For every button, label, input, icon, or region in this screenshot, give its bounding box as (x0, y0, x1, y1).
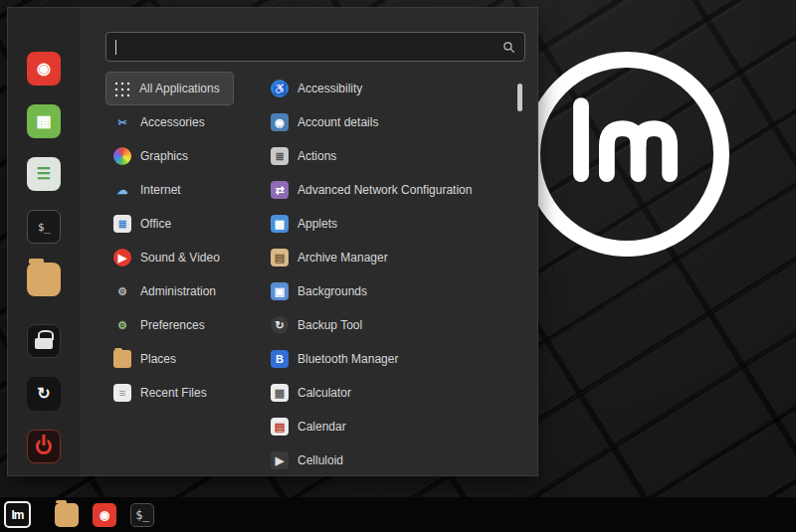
item-label: Advanced Network Configuration (298, 183, 472, 197)
category-preferences[interactable]: ⚙Preferences (105, 308, 219, 342)
item-label: Archive Manager (298, 251, 388, 265)
taskbar-firefox-button[interactable]: ◉ (93, 503, 116, 527)
item-label: Office (140, 217, 171, 231)
item-label: Applets (298, 217, 337, 231)
app-list-scrollbar[interactable] (517, 84, 522, 111)
category-graphics[interactable]: Graphics (105, 139, 202, 173)
item-label: Bluetooth Manager (298, 352, 398, 366)
app-bluetooth-manager[interactable]: BBluetooth Manager (263, 342, 525, 376)
app-actions[interactable]: ≣Actions (263, 139, 525, 173)
celluloid-icon: ▶ (271, 451, 289, 469)
places-icon (113, 350, 131, 368)
backgrounds-icon: ▣ (271, 282, 289, 300)
category-places[interactable]: Places (105, 342, 190, 376)
bluetooth-manager-icon: B (271, 350, 289, 368)
item-label: Backup Tool (298, 318, 362, 332)
accessibility-icon: ♿ (271, 80, 289, 97)
files-icon (27, 263, 61, 296)
graphics-icon (113, 147, 131, 165)
actions-icon: ≣ (271, 147, 289, 165)
item-label: Recent Files (140, 386, 207, 400)
app-applets[interactable]: ▦Applets (263, 207, 525, 241)
calendar-icon: ▤ (271, 418, 289, 436)
item-label: Internet (140, 183, 181, 197)
all-applications-icon (113, 81, 130, 97)
item-label: Graphics (140, 149, 188, 163)
internet-icon: ☁ (113, 181, 131, 199)
category-sound-video[interactable]: ▶Sound & Video (105, 241, 234, 274)
sidebar-top: ◉▦☰$_ (27, 52, 61, 296)
app-archive-manager[interactable]: ▤Archive Manager (263, 241, 525, 274)
category-administration[interactable]: ⚙Administration (105, 274, 230, 308)
preferences-icon: ⚙ (113, 316, 131, 334)
search-icon (502, 41, 515, 54)
software-manager-icon: ▦ (27, 104, 61, 138)
account-details-icon: ◉ (271, 113, 289, 131)
item-label: Accessories (140, 115, 205, 129)
category-list: All Applications✂AccessoriesGraphics☁Int… (105, 72, 263, 473)
menu-sidebar: ◉▦☰$_ ↻ (8, 8, 80, 475)
category-all-applications[interactable]: All Applications (105, 72, 234, 105)
item-label: Places (140, 352, 176, 366)
item-label: All Applications (139, 82, 220, 95)
lock-screen-icon (27, 324, 61, 358)
app-list: ♿Accessibility◉Account details≣Actions⇄A… (263, 72, 525, 473)
applets-icon: ▦ (271, 215, 289, 233)
sidebar-software-manager-button[interactable]: ▦ (27, 104, 61, 138)
accessories-icon: ✂ (113, 113, 131, 131)
menu-columns: All Applications✂AccessoriesGraphics☁Int… (105, 72, 525, 473)
sidebar-logout-button[interactable]: ↻ (27, 377, 61, 411)
app-calculator[interactable]: ▦Calculator (263, 376, 525, 410)
category-accessories[interactable]: ✂Accessories (105, 105, 219, 139)
taskbar-files-button[interactable] (55, 503, 79, 527)
firefox-icon: ◉ (27, 52, 61, 86)
app-celluloid[interactable]: ▶Celluloid (263, 443, 525, 473)
sidebar-files-button[interactable] (27, 263, 61, 296)
sidebar-lock-screen-button[interactable] (27, 324, 61, 358)
item-label: Administration (140, 284, 216, 298)
app-accessibility[interactable]: ♿Accessibility (263, 72, 525, 105)
app-backup-tool[interactable]: ↻Backup Tool (263, 308, 525, 342)
item-label: Backgrounds (298, 284, 367, 298)
sidebar-firefox-button[interactable]: ◉ (27, 52, 61, 86)
item-label: Calculator (298, 386, 351, 400)
archive-manager-icon: ▤ (271, 249, 289, 266)
administration-icon: ⚙ (113, 282, 131, 300)
category-internet[interactable]: ☁Internet (105, 173, 195, 207)
backup-tool-icon: ↻ (271, 316, 289, 334)
app-advanced-network-configuration[interactable]: ⇄Advanced Network Configuration (263, 173, 525, 207)
search-bar (105, 32, 525, 62)
text-caret (115, 40, 116, 55)
taskbar-items: lm◉$_ (4, 501, 168, 528)
taskbar-terminal-button[interactable]: $_ (130, 503, 154, 527)
sound-video-icon: ▶ (113, 249, 131, 266)
power-icon (27, 430, 61, 463)
mint-logo-lm-icon (558, 86, 696, 200)
office-icon: ≣ (113, 215, 131, 233)
item-label: Sound & Video (140, 251, 220, 265)
item-label: Actions (298, 149, 336, 163)
logout-icon: ↻ (27, 377, 61, 411)
category-recent-files[interactable]: ≡Recent Files (105, 376, 221, 410)
calculator-icon: ▦ (271, 384, 289, 402)
terminal-icon: $_ (130, 503, 154, 527)
sidebar-system-settings-button[interactable]: ☰ (27, 157, 61, 191)
sidebar-terminal-button[interactable]: $_ (27, 210, 61, 244)
mint-menu-panel: ◉▦☰$_ ↻ All Applications✂AccessoriesGrap… (8, 8, 537, 475)
terminal-icon: $_ (27, 210, 61, 244)
firefox-icon: ◉ (93, 503, 116, 527)
sidebar-bottom: ↻ (27, 324, 61, 463)
search-input[interactable] (119, 39, 502, 56)
item-label: Celluloid (298, 453, 343, 467)
recent-files-icon: ≡ (113, 384, 131, 402)
sidebar-power-button[interactable] (27, 430, 61, 463)
taskbar-menu-button[interactable]: lm (4, 501, 31, 528)
app-backgrounds[interactable]: ▣Backgrounds (263, 274, 525, 308)
app-calendar[interactable]: ▤Calendar (263, 410, 525, 443)
advanced-network-configuration-icon: ⇄ (271, 181, 289, 199)
item-label: Accessibility (298, 82, 362, 95)
category-office[interactable]: ≣Office (105, 207, 185, 241)
files-icon (55, 503, 79, 527)
system-settings-icon: ☰ (27, 157, 61, 191)
app-account-details[interactable]: ◉Account details (263, 105, 525, 139)
